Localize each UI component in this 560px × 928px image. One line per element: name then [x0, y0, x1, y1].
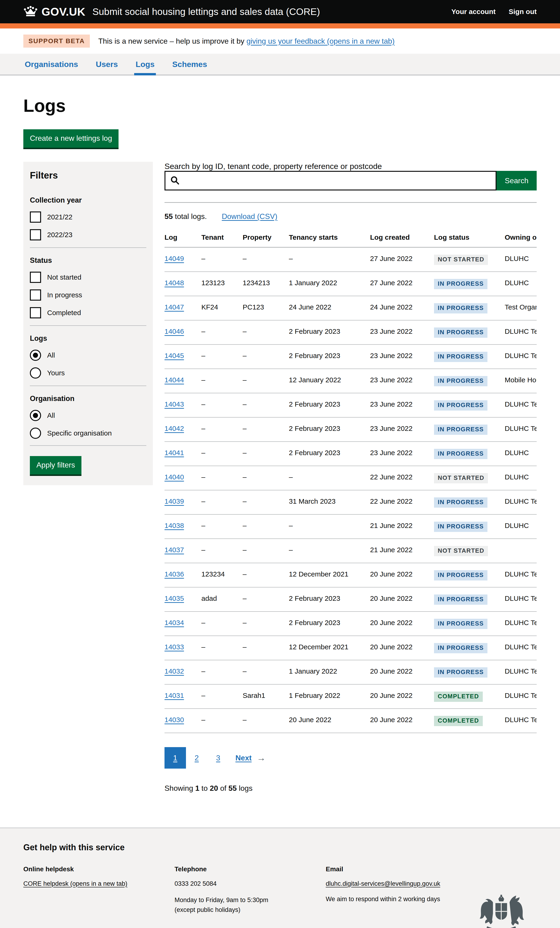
log-link[interactable]: 14048	[165, 279, 184, 287]
property-cell: –	[243, 514, 289, 539]
checkbox-completed[interactable]: Completed	[30, 307, 146, 318]
table-row: 1404812312312342131 January 202227 June …	[165, 272, 537, 296]
govuk-logo[interactable]: GOV.UK	[23, 5, 85, 18]
log-link[interactable]: 14039	[165, 498, 184, 505]
log-created-cell: 20 June 2022	[370, 612, 434, 636]
section-divider	[165, 202, 537, 203]
property-cell: –	[243, 320, 289, 345]
log-status-cell: IN PROGRESS	[434, 272, 505, 296]
log-created-cell: 21 June 2022	[370, 539, 434, 563]
option-label: 2021/22	[47, 213, 72, 221]
owning-organisation-cell: DLUHC Tes	[505, 612, 537, 636]
checkbox-control[interactable]	[30, 307, 41, 318]
log-link[interactable]: 14038	[165, 522, 184, 530]
radio-all[interactable]: All	[30, 350, 146, 361]
property-cell: –	[243, 369, 289, 393]
tab-logs[interactable]: Logs	[134, 54, 156, 75]
log-link[interactable]: 14033	[165, 643, 184, 651]
log-created-cell: 20 June 2022	[370, 708, 434, 733]
log-link[interactable]: 14030	[165, 716, 184, 723]
status-badge: COMPLETED	[434, 716, 483, 726]
sign-out-link[interactable]: Sign out	[509, 8, 537, 16]
radio-control[interactable]	[30, 427, 41, 439]
page-link-3[interactable]: 3	[208, 747, 229, 769]
email-link[interactable]: dluhc.digital-services@levellingup.gov.u…	[326, 880, 440, 887]
tenancy-starts-cell: 2 February 2023	[289, 345, 370, 369]
log-link[interactable]: 14041	[165, 449, 184, 456]
feedback-link[interactable]: giving us your feedback (opens in a new …	[246, 37, 395, 45]
checkbox-control[interactable]	[30, 211, 41, 223]
log-link[interactable]: 14047	[165, 303, 184, 311]
log-link[interactable]: 14034	[165, 619, 184, 626]
log-link[interactable]: 14031	[165, 691, 184, 699]
tenancy-starts-cell: 2 February 2023	[289, 320, 370, 345]
checkbox-control[interactable]	[30, 289, 41, 301]
checkbox-in-progress[interactable]: In progress	[30, 289, 146, 301]
radio-control[interactable]	[30, 410, 41, 421]
checkbox-not-started[interactable]: Not started	[30, 272, 146, 283]
checkbox-2022-23[interactable]: 2022/23	[30, 229, 146, 240]
log-status-cell: IN PROGRESS	[434, 514, 505, 539]
log-link[interactable]: 14036	[165, 570, 184, 578]
search-button[interactable]: Search	[496, 171, 537, 191]
log-created-cell: 20 June 2022	[370, 660, 434, 684]
property-cell: –	[243, 612, 289, 636]
tab-schemes[interactable]: Schemes	[171, 54, 208, 75]
tab-users[interactable]: Users	[95, 54, 119, 75]
page-current[interactable]: 1	[165, 747, 186, 769]
log-link[interactable]: 14040	[165, 473, 184, 481]
log-link[interactable]: 14043	[165, 400, 184, 408]
log-created-cell: 20 June 2022	[370, 636, 434, 660]
tenant-cell: 123234	[201, 563, 243, 587]
log-link[interactable]: 14044	[165, 376, 184, 384]
create-lettings-log-button[interactable]: Create a new lettings log	[23, 129, 119, 148]
apply-filters-button[interactable]: Apply filters	[30, 456, 81, 475]
search-input[interactable]	[180, 177, 491, 185]
status-badge: IN PROGRESS	[434, 303, 487, 313]
tab-organisations[interactable]: Organisations	[23, 54, 79, 75]
radio-specific-organisation[interactable]: Specific organisation	[30, 427, 146, 439]
tenant-cell: adad	[201, 587, 243, 612]
checkbox-control[interactable]	[30, 272, 41, 283]
site-header: GOV.UK Submit social housing lettings an…	[0, 0, 560, 29]
beta-text: This is a new service – help us improve …	[98, 37, 395, 46]
radio-control[interactable]	[30, 367, 41, 379]
telephone-hours-line1: Monday to Friday, 9am to 5:30pm	[174, 895, 326, 905]
log-link[interactable]: 14046	[165, 327, 184, 335]
radio-yours[interactable]: Yours	[30, 367, 146, 379]
radio-all[interactable]: All	[30, 410, 146, 421]
log-link[interactable]: 14035	[165, 594, 184, 602]
status-badge: IN PROGRESS	[434, 352, 487, 362]
column-header-log: Log	[165, 227, 201, 247]
table-row: 14043––2 February 202323 June 2022IN PRO…	[165, 393, 537, 417]
tenant-cell: –	[201, 660, 243, 684]
header-account-nav: Your account Sign out	[452, 8, 537, 16]
checkbox-2021-22[interactable]: 2021/22	[30, 211, 146, 223]
log-link[interactable]: 14045	[165, 352, 184, 359]
helpdesk-heading: Online helpdesk	[23, 865, 174, 873]
tenant-cell: –	[201, 636, 243, 660]
log-link[interactable]: 14037	[165, 546, 184, 554]
your-account-link[interactable]: Your account	[452, 8, 496, 16]
next-page-link[interactable]: Next	[235, 754, 252, 762]
tenant-cell: –	[201, 514, 243, 539]
service-name[interactable]: Submit social housing lettings and sales…	[92, 6, 320, 17]
log-link[interactable]: 14042	[165, 424, 184, 432]
download-csv-link[interactable]: Download (CSV)	[222, 212, 277, 221]
telephone-hours-line2: (except public holidays)	[174, 905, 326, 915]
checkbox-control[interactable]	[30, 229, 41, 240]
log-link[interactable]: 14049	[165, 255, 184, 263]
filter-section-heading: Organisation	[30, 394, 146, 403]
table-row: 14033––12 December 202120 June 2022IN PR…	[165, 636, 537, 660]
log-status-cell: IN PROGRESS	[434, 369, 505, 393]
property-cell: –	[243, 345, 289, 369]
showing-to-word: to	[199, 784, 209, 792]
core-helpdesk-link[interactable]: CORE helpdesk (opens in a new tab)	[23, 880, 127, 887]
radio-control[interactable]	[30, 350, 41, 361]
property-cell: –	[243, 660, 289, 684]
page-link-2[interactable]: 2	[186, 747, 208, 769]
log-link[interactable]: 14032	[165, 667, 184, 675]
status-badge: NOT STARTED	[434, 546, 488, 556]
column-header-property: Property	[243, 227, 289, 247]
main-content: Logs Create a new lettings log Filters C…	[23, 75, 537, 828]
